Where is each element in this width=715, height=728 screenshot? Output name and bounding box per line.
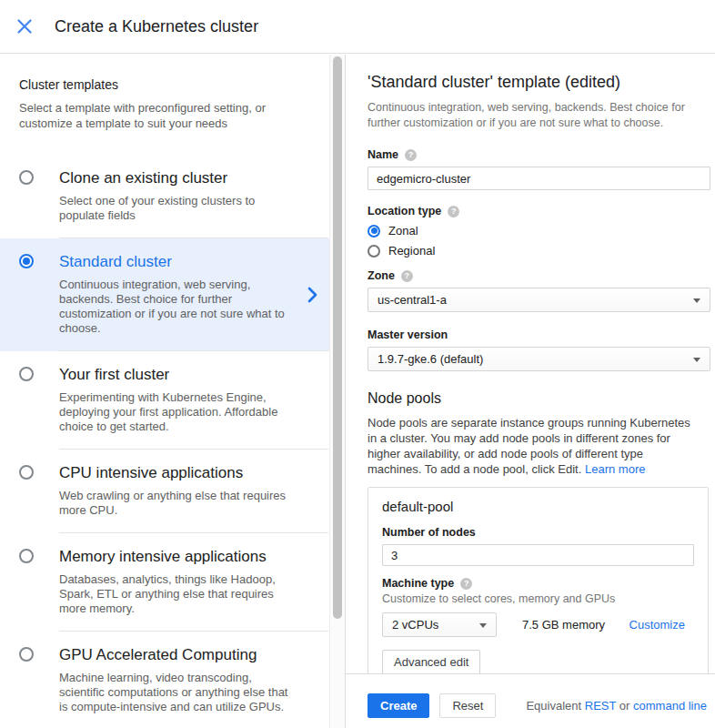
help-icon[interactable]: ?	[405, 149, 417, 161]
sidebar-item-clone-existing-cluster[interactable]: Clone an existing cluster Select one of …	[0, 155, 345, 238]
zonal-label: Zonal	[388, 224, 418, 238]
radio-unselected-icon[interactable]	[19, 170, 34, 185]
machine-type-label: Machine type ?	[382, 577, 694, 590]
location-type-label: Location type ?	[368, 205, 710, 217]
command-line-link[interactable]: command line	[633, 699, 707, 713]
master-version-select[interactable]: 1.9.7-gke.6 (default)	[368, 347, 710, 371]
master-version-label: Master version	[368, 329, 710, 341]
radio-unselected-icon[interactable]	[19, 549, 34, 563]
regional-label: Regional	[388, 244, 435, 258]
sidebar-scrollbar-thumb[interactable]	[333, 56, 342, 619]
template-form-subtitle: Continuous integration, web serving, bac…	[368, 100, 706, 131]
pool-name: default-pool	[382, 499, 694, 514]
name-label-text: Name	[368, 148, 398, 161]
template-title: Clone an existing cluster	[59, 169, 308, 187]
location-type-label-text: Location type	[368, 205, 441, 217]
zone-select[interactable]: us-central1-a	[368, 288, 710, 312]
master-version-selected-value: 1.9.7-gke.6 (default)	[378, 352, 483, 366]
learn-more-link[interactable]: Learn more	[585, 462, 645, 476]
dialog-footer: Create Reset Equivalent REST or command …	[346, 673, 715, 718]
template-description: Continuous integration, web serving, bac…	[59, 278, 294, 336]
chevron-down-icon	[693, 298, 700, 303]
cluster-templates-sidebar: Cluster templates Select a template with…	[0, 55, 346, 728]
location-regional-option[interactable]: Regional	[368, 244, 710, 258]
number-of-nodes-label: Number of nodes	[382, 526, 694, 539]
sidebar-description: Select a template with preconfigured set…	[19, 100, 308, 131]
chevron-down-icon	[479, 623, 487, 628]
help-icon[interactable]: ?	[401, 270, 413, 282]
sidebar-item-memory-intensive[interactable]: Memory intensive applications Databases,…	[0, 533, 345, 632]
sidebar-item-gpu-accelerated[interactable]: GPU Accelerated Computing Machine learni…	[0, 632, 345, 728]
help-icon[interactable]: ?	[448, 206, 459, 217]
template-form-title: 'Standard cluster' template (edited)	[368, 73, 710, 92]
template-title: Standard cluster	[59, 253, 308, 271]
radio-unselected-icon[interactable]	[19, 465, 34, 480]
number-of-nodes-label-text: Number of nodes	[382, 526, 476, 539]
sidebar-item-standard-cluster[interactable]: Standard cluster Continuous integration,…	[0, 238, 345, 351]
reset-button[interactable]: Reset	[439, 693, 496, 718]
template-description: Web crawling or anything else that requi…	[59, 489, 294, 518]
machine-type-selected-value: 2 vCPUs	[392, 618, 438, 632]
template-description: Machine learning, video transcoding, sci…	[59, 671, 294, 714]
rest-link[interactable]: REST	[585, 699, 616, 713]
master-version-label-text: Master version	[368, 329, 448, 341]
template-title: GPU Accelerated Computing	[59, 646, 308, 664]
machine-type-hint: Customize to select cores, memory and GP…	[382, 592, 694, 605]
template-title: Your first cluster	[59, 366, 308, 384]
radio-selected-icon[interactable]	[19, 254, 34, 268]
chevron-right-icon	[307, 287, 317, 307]
template-title: Memory intensive applications	[59, 548, 308, 566]
or-text: or	[619, 699, 630, 713]
radio-unselected-icon[interactable]	[368, 245, 380, 258]
default-pool-card: default-pool Number of nodes Machine typ…	[368, 487, 709, 688]
create-button[interactable]: Create	[368, 693, 429, 718]
close-icon[interactable]	[9, 11, 40, 42]
machine-type-label-text: Machine type	[382, 577, 454, 590]
location-zonal-option[interactable]: Zonal	[368, 224, 710, 238]
create-kubernetes-cluster-dialog: Create a Kubernetes cluster Cluster temp…	[0, 0, 715, 728]
cluster-name-input[interactable]	[368, 167, 710, 190]
template-title: CPU intensive applications	[59, 464, 308, 482]
sidebar-item-your-first-cluster[interactable]: Your first cluster Experimenting with Ku…	[0, 351, 345, 450]
sidebar-heading: Cluster templates	[19, 77, 345, 92]
customize-link[interactable]: Customize	[629, 618, 685, 632]
sidebar-item-cpu-intensive[interactable]: CPU intensive applications Web crawling …	[0, 450, 345, 533]
zone-selected-value: us-central1-a	[378, 293, 447, 307]
template-list: Clone an existing cluster Select one of …	[0, 155, 345, 728]
node-pools-heading: Node pools	[368, 390, 710, 407]
zone-label: Zone ?	[368, 269, 710, 282]
machine-type-row: 2 vCPUs 7.5 GB memory Customize	[382, 612, 694, 637]
memory-value: 7.5 GB memory	[522, 618, 605, 632]
zone-label-text: Zone	[368, 269, 395, 282]
radio-unselected-icon[interactable]	[19, 367, 34, 381]
dialog-header: Create a Kubernetes cluster	[0, 0, 715, 54]
template-detail-panel: 'Standard cluster' template (edited) Con…	[346, 55, 715, 728]
page-title: Create a Kubernetes cluster	[55, 17, 258, 36]
radio-selected-icon[interactable]	[368, 225, 380, 238]
radio-unselected-icon[interactable]	[19, 647, 34, 662]
equivalent-text: Equivalent REST or command line	[526, 699, 707, 713]
template-description: Databases, analytics, things like Hadoop…	[59, 572, 294, 616]
advanced-edit-button[interactable]: Advanced edit	[382, 650, 480, 674]
template-description: Experimenting with Kubernetes Engine, de…	[59, 390, 294, 434]
node-pools-description: Node pools are separate instance groups …	[368, 415, 697, 477]
chevron-down-icon	[693, 358, 700, 362]
machine-type-select[interactable]: 2 vCPUs	[382, 612, 497, 637]
number-of-nodes-input[interactable]	[382, 544, 694, 566]
sidebar-scrollbar-track[interactable]	[329, 55, 345, 728]
name-label: Name ?	[368, 148, 710, 161]
equivalent-prefix: Equivalent	[526, 699, 581, 713]
template-description: Select one of your existing clusters to …	[59, 194, 294, 223]
help-icon[interactable]: ?	[460, 578, 472, 590]
